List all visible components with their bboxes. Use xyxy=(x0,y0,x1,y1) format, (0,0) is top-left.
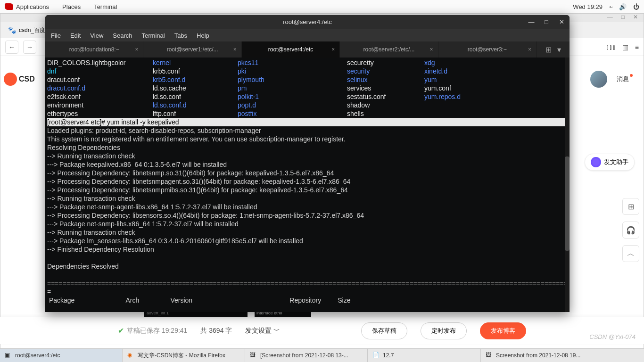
publish-button[interactable]: 发布博客 xyxy=(480,322,526,339)
settings-label: 发文设置 xyxy=(245,327,272,335)
check-icon: ✔ xyxy=(118,326,124,335)
task-label: 写文章-CSDN博客 - Mozilla Firefox xyxy=(138,352,225,360)
menu-file[interactable]: File xyxy=(51,32,61,39)
browser-tab[interactable]: 🐾 csdn_百度 xyxy=(4,25,49,36)
menu-help[interactable]: Help xyxy=(197,32,209,39)
terminal-title-text: root@server4:/etc xyxy=(283,18,332,25)
term-max-icon[interactable]: □ xyxy=(541,17,552,27)
task-label: [Screenshot from 2021-12-08 13-... xyxy=(260,352,348,359)
csdn-right-panel: 消息 发文助手 xyxy=(585,71,635,171)
win-max-icon[interactable]: □ xyxy=(621,14,625,22)
tab-label: csdn_百度 xyxy=(19,26,45,34)
terminal-window: root@server4:/etc — □ ✕ File Edit View S… xyxy=(45,15,570,312)
assist-icon xyxy=(591,157,601,167)
menu-tabs[interactable]: Tabs xyxy=(174,32,187,39)
csdn-logo-text: CSD xyxy=(19,75,35,83)
task-label: 12.7 xyxy=(383,352,394,359)
terminal-icon: ▣ xyxy=(5,352,12,359)
terminal-title: root@server4:/etc — □ ✕ xyxy=(45,15,570,29)
schedule-button[interactable]: 定时发布 xyxy=(421,322,467,339)
gnome-top-bar: Applications Places Terminal Wed 19:29 ⧜… xyxy=(0,0,644,13)
back-button[interactable]: ← xyxy=(5,41,18,54)
support-icon[interactable]: 🎧 xyxy=(622,222,639,239)
menu-applications[interactable]: Applications xyxy=(16,3,49,10)
task-label: root@server4:/etc xyxy=(15,352,60,359)
library-icon[interactable]: ⫿⫿⫿ xyxy=(606,43,616,51)
baidu-paw-icon: 🐾 xyxy=(8,26,16,34)
tab-close-icon[interactable]: × xyxy=(233,46,237,53)
new-tab-icon[interactable]: ⊞ xyxy=(545,45,552,54)
assist-button[interactable]: 发文助手 xyxy=(585,154,635,171)
terminal-tab[interactable]: root@server1:/etc/...× xyxy=(143,41,241,58)
chevron-down-icon: ﹀ xyxy=(273,327,280,335)
terminal-menubar: File Edit View Search Terminal Tabs Help xyxy=(45,29,570,41)
terminal-body[interactable]: DIR_COLORS.lightbgcolorkernelpkcs11secur… xyxy=(45,58,570,312)
sidebar-icon[interactable]: ▥ xyxy=(622,43,628,51)
menu-view[interactable]: View xyxy=(90,32,103,39)
menu-places[interactable]: Places xyxy=(62,3,81,10)
save-draft-button[interactable]: 保存草稿 xyxy=(361,322,407,339)
draft-saved: 草稿已保存 19:29:41 xyxy=(127,327,187,335)
forward-button[interactable]: → xyxy=(23,41,36,54)
watermark: CSDN @Yxl-074 xyxy=(589,333,636,340)
terminal-tabs: root@foundation8:~×root@server1:/etc/...… xyxy=(45,41,570,58)
tab-close-icon[interactable]: × xyxy=(135,46,138,53)
terminal-tab[interactable]: root@server4:/etc× xyxy=(242,41,340,58)
menu-search[interactable]: Search xyxy=(113,32,132,39)
msg-link[interactable]: 消息 xyxy=(617,75,629,83)
task-image1[interactable]: 🖼[Screenshot from 2021-12-08 13-... xyxy=(245,349,368,362)
tab-close-icon[interactable]: × xyxy=(528,46,531,53)
term-min-icon[interactable]: — xyxy=(526,17,537,27)
terminal-tab[interactable]: root@server2:/etc/...× xyxy=(340,41,438,58)
tab-menu-icon[interactable]: ▾ xyxy=(557,45,561,54)
terminal-tab[interactable]: root@server3:~× xyxy=(438,41,537,58)
publish-bar: ✔ 草稿已保存 19:29:41 共 3694 字 发文设置 ﹀ 保存草稿 定时… xyxy=(0,317,644,344)
clock[interactable]: Wed 19:29 xyxy=(573,3,603,10)
word-count: 共 3694 字 xyxy=(200,327,232,335)
gnome-taskbar: ▣root@server4:/etc ◉写文章-CSDN博客 - Mozilla… xyxy=(0,349,644,362)
csdn-monkey-icon xyxy=(4,73,17,86)
image-icon: 🖼 xyxy=(250,352,257,359)
top-icon[interactable]: ︿ xyxy=(622,245,639,262)
qr-icon[interactable]: ⊞ xyxy=(622,198,639,215)
wifi-icon[interactable]: ⧜ xyxy=(609,3,612,10)
settings-dropdown[interactable]: 发文设置 ﹀ xyxy=(245,327,280,335)
win-close-icon[interactable]: ✕ xyxy=(633,14,638,22)
tab-close-icon[interactable]: × xyxy=(430,46,433,53)
task-terminal[interactable]: ▣root@server4:/etc xyxy=(0,349,123,362)
side-tool-icons: ⊞ 🎧 ︿ xyxy=(622,198,639,262)
task-doc[interactable]: 📄12.7 xyxy=(368,349,481,362)
menu-icon[interactable]: ≡ xyxy=(635,43,639,51)
assist-label: 发文助手 xyxy=(604,158,628,166)
term-close-icon[interactable]: ✕ xyxy=(556,17,567,27)
task-image2[interactable]: 🖼Screenshot from 2021-12-08 19... xyxy=(481,349,644,362)
task-label: Screenshot from 2021-12-08 19... xyxy=(496,352,580,359)
menu-terminal[interactable]: Terminal xyxy=(94,3,117,10)
win-min-icon[interactable]: — xyxy=(607,14,613,22)
scroll-thumb[interactable] xyxy=(565,156,570,251)
tab-close-icon[interactable]: × xyxy=(331,46,335,53)
avatar[interactable] xyxy=(590,71,607,88)
redhat-logo-icon xyxy=(5,3,13,10)
doc-icon: 📄 xyxy=(372,352,380,359)
power-icon[interactable]: ⏻ xyxy=(633,3,639,10)
task-firefox[interactable]: ◉写文章-CSDN博客 - Mozilla Firefox xyxy=(123,349,245,362)
menu-edit[interactable]: Edit xyxy=(70,32,81,39)
firefox-icon: ◉ xyxy=(127,352,135,359)
csdn-header: CSD xyxy=(4,73,35,86)
terminal-tab[interactable]: root@foundation8:~× xyxy=(45,41,143,58)
volume-icon[interactable]: 🔊 xyxy=(619,3,627,10)
menu-terminal[interactable]: Terminal xyxy=(142,32,165,39)
image-icon: 🖼 xyxy=(486,352,493,359)
scrollbar[interactable] xyxy=(565,58,570,312)
